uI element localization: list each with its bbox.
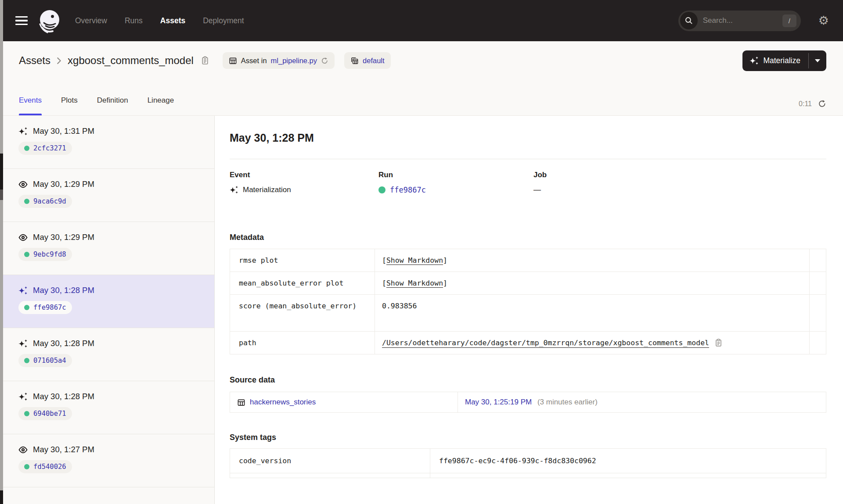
table-row: hackernews_stories May 30, 1:25:19 PM (3… (230, 392, 826, 413)
run-id-tag[interactable]: 071605a4 (18, 354, 72, 367)
top-nav: Overview Runs Assets Deployment / ⚙ (0, 0, 843, 41)
materialize-dropdown-button[interactable] (809, 50, 826, 71)
content-area: May 30, 1:31 PM 2cfc3271 May 30, 1:29 PM… (0, 115, 843, 504)
run-id-link[interactable]: 2cfc3271 (33, 144, 66, 152)
run-id-link[interactable]: 9ebc9fd8 (33, 250, 66, 258)
table-row: score (mean_absolute_error) 0.983856 (230, 295, 826, 332)
nav-item-overview[interactable]: Overview (75, 16, 107, 25)
path-link[interactable]: /Users/odetteharary/code/dagster/tmp_0mz… (382, 339, 709, 347)
system-tag-key: code_version (230, 449, 430, 473)
run-status-dot (24, 411, 29, 416)
metadata-key: score (mean_absolute_error) (230, 295, 375, 332)
nav-item-runs[interactable]: Runs (125, 16, 143, 25)
primary-nav: Overview Runs Assets Deployment (75, 16, 244, 25)
event-list-item[interactable]: May 30, 1:29 PM 9aca6c9d (0, 169, 214, 222)
metadata-score-value: 0.983856 (375, 295, 810, 332)
event-list-item[interactable]: May 30, 1:29 PM 9ebc9fd8 (0, 222, 214, 275)
source-data-table: hackernews_stories May 30, 1:25:19 PM (3… (230, 392, 826, 413)
observation-icon (18, 233, 28, 242)
run-id-link[interactable]: ffe9867c (33, 304, 66, 311)
reload-location-icon[interactable] (321, 57, 328, 64)
run-id-link[interactable]: fd540026 (33, 463, 66, 471)
search-input[interactable] (703, 16, 769, 25)
copy-asset-name-icon[interactable] (201, 56, 209, 65)
event-label: Event (230, 171, 378, 179)
metadata-key: path (230, 332, 375, 354)
global-search[interactable]: / (678, 11, 801, 31)
run-id-tag[interactable]: 6940be71 (18, 407, 72, 420)
event-time: May 30, 1:29 PM (33, 179, 94, 189)
event-detail-title: May 30, 1:28 PM (230, 132, 826, 144)
asset-grid-icon (237, 398, 245, 407)
materialize-button[interactable]: Materialize (742, 50, 808, 71)
breadcrumb-assets-link[interactable]: Assets (19, 54, 50, 67)
run-status-dot (24, 146, 29, 151)
run-status-dot (24, 252, 29, 257)
event-list-item[interactable]: May 30, 1:28 PM 6940be71 (0, 381, 214, 434)
page-header: Assets xgboost_comments_model Asset in m… (0, 41, 843, 115)
repository-grid-icon (350, 57, 359, 65)
materialization-icon (230, 186, 238, 194)
metadata-actions-cell (810, 272, 826, 295)
show-markdown-link[interactable]: [Show Markdown] (382, 256, 447, 265)
event-run-job-row: Event Materialization Run ffe9867c Job — (230, 171, 826, 194)
materialization-icon (18, 339, 28, 348)
run-id-tag[interactable]: fd540026 (18, 460, 72, 473)
metadata-table: rmse plot [Show Markdown] mean_absolute_… (230, 249, 826, 354)
table-row: path /Users/odetteharary/code/dagster/tm… (230, 332, 826, 354)
tab-definition[interactable]: Definition (97, 93, 128, 115)
materialization-icon (18, 392, 28, 401)
dagster-logo-icon (38, 9, 61, 36)
event-list-item[interactable]: May 30, 1:31 PM 2cfc3271 (0, 116, 214, 169)
run-id-tag[interactable]: ffe9867c (18, 301, 72, 314)
hamburger-menu-icon[interactable] (15, 16, 28, 25)
copy-path-icon[interactable] (714, 339, 723, 347)
repository-badge: default (344, 52, 391, 69)
event-time: May 30, 1:29 PM (33, 232, 94, 242)
source-timestamp-link[interactable]: May 30, 1:25:19 PM (465, 398, 532, 406)
source-asset-link[interactable]: hackernews_stories (237, 398, 450, 407)
metadata-actions-cell (810, 249, 826, 272)
metadata-heading: Metadata (230, 233, 826, 242)
run-id-link[interactable]: 9aca6c9d (33, 197, 66, 205)
event-time: May 30, 1:28 PM (33, 286, 94, 295)
asset-grid-icon (229, 57, 237, 65)
page-title: xgboost_comments_model (68, 54, 194, 67)
pipeline-file-link[interactable]: ml_pipeline.py (271, 57, 317, 65)
tab-lineage[interactable]: Lineage (148, 93, 174, 115)
repository-link[interactable]: default (363, 57, 385, 65)
event-time: May 30, 1:28 PM (33, 392, 94, 401)
job-value: — (533, 186, 541, 194)
run-id-tag[interactable]: 9ebc9fd8 (18, 248, 72, 261)
divider (230, 159, 826, 159)
run-id-link[interactable]: 071605a4 (33, 357, 66, 365)
tab-plots[interactable]: Plots (61, 93, 78, 115)
nav-item-assets[interactable]: Assets (160, 16, 185, 25)
gear-icon[interactable]: ⚙ (818, 15, 829, 27)
show-markdown-link[interactable]: [Show Markdown] (382, 279, 447, 287)
metadata-actions-cell (810, 295, 826, 332)
run-status-dot (24, 305, 29, 310)
refresh-icon[interactable] (818, 100, 826, 108)
run-id-link[interactable]: ffe9867c (390, 186, 426, 194)
event-list-item[interactable]: May 30, 1:27 PM fd540026 (0, 434, 214, 487)
event-list-sidebar: May 30, 1:31 PM 2cfc3271 May 30, 1:29 PM… (0, 116, 215, 504)
event-type-value: Materialization (243, 186, 291, 194)
run-id-tag[interactable]: 2cfc3271 (18, 142, 72, 155)
job-label: Job (533, 171, 826, 179)
run-label: Run (378, 171, 533, 179)
materialize-sparkle-icon (749, 56, 759, 65)
run-id-tag[interactable]: 9aca6c9d (18, 195, 72, 208)
event-list-item-selected[interactable]: May 30, 1:28 PM ffe9867c (0, 275, 214, 328)
dagster-logo[interactable] (38, 9, 61, 36)
nav-item-deployment[interactable]: Deployment (203, 16, 244, 25)
metadata-actions-cell (810, 332, 826, 354)
materialization-icon (18, 286, 28, 295)
search-icon (684, 16, 693, 25)
tab-events[interactable]: Events (19, 93, 42, 115)
event-list-item[interactable]: May 30, 1:28 PM 071605a4 (0, 328, 214, 381)
run-id-link[interactable]: 6940be71 (33, 410, 66, 418)
materialize-split-button: Materialize (742, 50, 826, 71)
asset-in-label: Asset in (241, 57, 267, 65)
metadata-key: mean_absolute_error plot (230, 272, 375, 295)
